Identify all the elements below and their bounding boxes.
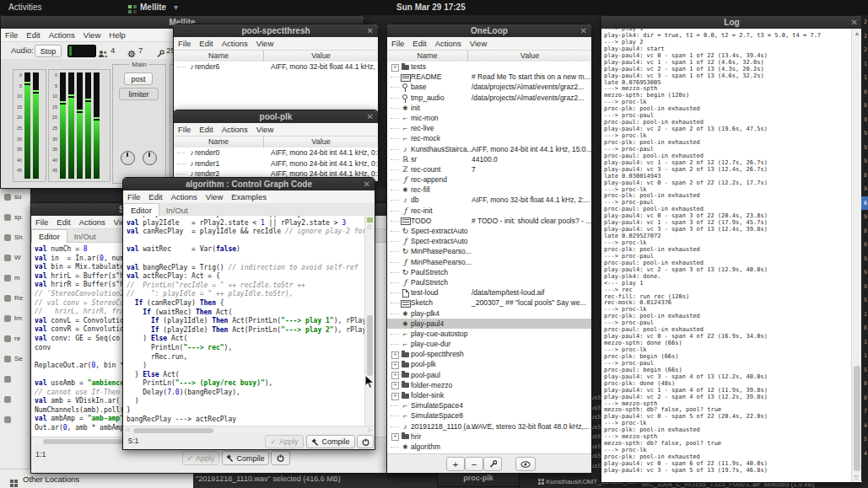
places-sidebar-item[interactable]: m [0,268,30,288]
algor-vscrollbar[interactable]: △ [364,216,375,426]
tree-item-mic-mon[interactable]: ⌐mic-mon [387,113,591,123]
tree-item-folder-sink[interactable]: +folder-sink [387,390,591,400]
clock[interactable]: Sun Mar 29 17:25 [396,0,466,15]
menu-edit[interactable]: Edit [26,30,40,40]
tree-item-spect-extractauto[interactable]: ƒSpect-extractAuto [387,236,591,246]
places-sidebar-item[interactable]: W [0,248,30,268]
activities-button[interactable]: Activities [8,0,41,15]
expander-icon[interactable]: + [391,382,399,389]
tab-editor[interactable]: Editor [123,203,159,217]
column-header-value[interactable]: Value [264,51,378,62]
column-header-name[interactable]: Name [174,137,264,147]
table-row[interactable]: ♪render0AIFF, mono 24-bit int 44.1 kHz, … [174,147,378,158]
tree-item-folder-mezzo[interactable]: +folder-mezzo [387,380,591,390]
menu-actions[interactable]: Actions [79,217,105,227]
limiter-toggle[interactable]: limiter [119,88,159,100]
menu-actions[interactable]: Actions [435,39,461,48]
tree-item-hrir[interactable]: +hrir [387,432,591,442]
tree-item-readme[interactable]: README# Read Me To start this on a new m… [387,72,591,82]
tree-item-play-cue-autostop[interactable]: ⌐play-cue-autostop [387,329,591,339]
tree-item-20191218-1110-a-[interactable]: ♪20191218_1110 (a...WAVE, stereo 32-bit … [387,421,591,432]
tree-item-test-loud[interactable]: test-loud/data/temp/test-loud.aif [387,287,591,298]
app-menu[interactable]: Mellite [140,0,166,15]
menu-file[interactable]: File [5,30,18,40]
places-sidebar-item[interactable]: re [0,329,30,349]
menu-actions[interactable]: Actions [49,30,75,40]
log-output[interactable]: ---> play 1play-plk4: dir = true, t1 = 0… [601,29,852,482]
tree-item-rec-append[interactable]: ƒrec-append [387,174,591,185]
tree-item-todo[interactable]: TODO# TODO - init: should clear pools? -… [387,216,591,226]
menu-actions[interactable]: Actions [222,39,248,48]
close-icon[interactable]: ✕ [364,178,370,190]
tree-item-algorithm[interactable]: ∗algorithm [387,442,591,452]
menu-file[interactable]: File [127,192,140,201]
tree-item-db[interactable]: ♪dbAIFF, mono 32-bit float 44.1 kHz, 2:.… [387,195,591,205]
compile-button[interactable]: Compile [306,435,355,448]
menu-actions[interactable]: Actions [171,192,197,201]
menu-file[interactable]: File [391,39,404,48]
tree-item-tmp-audio[interactable]: tmp_audio/data/projects/Almat/events/gra… [387,93,591,103]
column-header-value[interactable]: Value [264,137,378,147]
menu-examples[interactable]: Examples [231,192,267,201]
places-sidebar-item[interactable]: Sh [0,228,30,248]
expander-icon[interactable]: + [391,64,399,72]
tree-item-simulatespace8[interactable]: ⌐SimulateSpace8 [387,410,591,421]
menu-edit[interactable]: Edit [199,39,213,48]
tab-in-out[interactable]: In/Out [67,230,103,243]
tree-item-paulstretch[interactable]: ƒPaulStretch [387,277,591,287]
places-sidebar-item[interactable]: Re [0,288,30,308]
edit-object-button[interactable] [483,457,502,471]
places-sidebar-item[interactable]: sp [0,207,30,228]
tab-editor[interactable]: Editor [31,229,67,243]
close-icon[interactable]: ✕ [580,24,587,37]
tree-item-init[interactable]: ∗init [387,103,591,113]
menu-file[interactable]: File [35,217,48,227]
tree-item-pool-paul[interactable]: +pool-paul [387,370,591,380]
tree-item-sketch[interactable]: Sketch_200307_ ## "local pools" Say we..… [387,298,591,308]
tree-item-play-paul4[interactable]: ∗play-paul4 [387,319,591,329]
menu-view[interactable]: View [470,39,487,48]
tree-item-rec-count[interactable]: ℤrec-count7 [387,164,591,174]
post-button[interactable]: post [124,72,153,85]
menu-actions[interactable]: Actions [222,125,248,134]
tree-item-rec-init[interactable]: ƒrec-init [387,206,591,216]
tree-item-tests[interactable]: +tests [387,62,591,72]
tree-item-kunsthausstairca-[interactable]: ♪KunsthausStairca...AIFF, mono 24-bit in… [387,144,591,154]
tree-item-base[interactable]: base/data/projects/Almat/events/graz2... [387,82,591,92]
tree-item-rec-mock[interactable]: ⌐rec-mock [387,133,591,143]
places-sidebar-item[interactable] [0,410,30,430]
sim-compile-button[interactable]: Compile [222,451,269,465]
places-sidebar-item[interactable]: tm [0,308,30,329]
tree-item-simulatespace4[interactable]: ⌐SimulateSpace4 [387,400,591,410]
tree-item-rec-live[interactable]: ⌐rec-live [387,123,591,133]
table-row[interactable]: ♪render6AIFF, mono 32-bit float 44.1 kHz… [174,62,378,72]
algorithm-code-editor[interactable]: val play1Idle = rPlay1.state < 1 || rPla… [123,216,365,426]
expander-icon[interactable]: + [391,393,399,400]
tree-item-play-cue-dur[interactable]: ⌐play-cue-dur [387,339,591,349]
table-row[interactable]: ♪render1AIFF, mono 24-bit int 44.1 kHz, … [174,158,378,169]
limiter-knob[interactable] [143,151,157,165]
tab-in-out[interactable]: In/Out [159,204,195,217]
menu-edit[interactable]: Edit [412,39,426,48]
power-button[interactable] [357,435,374,448]
menu-edit[interactable]: Edit [57,217,70,227]
expander-icon[interactable]: + [391,362,399,369]
sim-apply-button[interactable]: ✓Apply [182,451,219,465]
audio-stop-button[interactable]: Stop [35,45,62,57]
menu-view[interactable]: View [256,39,273,48]
close-icon[interactable]: ✕ [851,16,858,29]
apply-button[interactable]: ✓Apply [265,435,304,448]
pool-spectthresh-titlebar[interactable]: pool-spectthresh✕ [174,24,378,37]
menu-edit[interactable]: Edit [199,125,213,134]
column-header-value[interactable]: Value [468,51,591,62]
menu-edit[interactable]: Edit [148,192,162,201]
oneloop-titlebar[interactable]: OneLoop✕ [387,24,591,37]
pool-plk-titlebar[interactable]: pool-plk✕ [174,110,378,123]
tree-item-spect-extractauto[interactable]: ↻Spect-extractAuto [387,226,591,236]
tree-item-minphasepearso-[interactable]: ↻MinPhasePearso... [387,246,591,256]
tree-item-play-plk4[interactable]: ∗play-plk4 [387,308,591,319]
sim-power-button[interactable] [271,451,290,465]
menu-view[interactable]: View [206,192,223,201]
menu-file[interactable]: File [178,125,191,134]
menu-file[interactable]: File [178,39,191,48]
